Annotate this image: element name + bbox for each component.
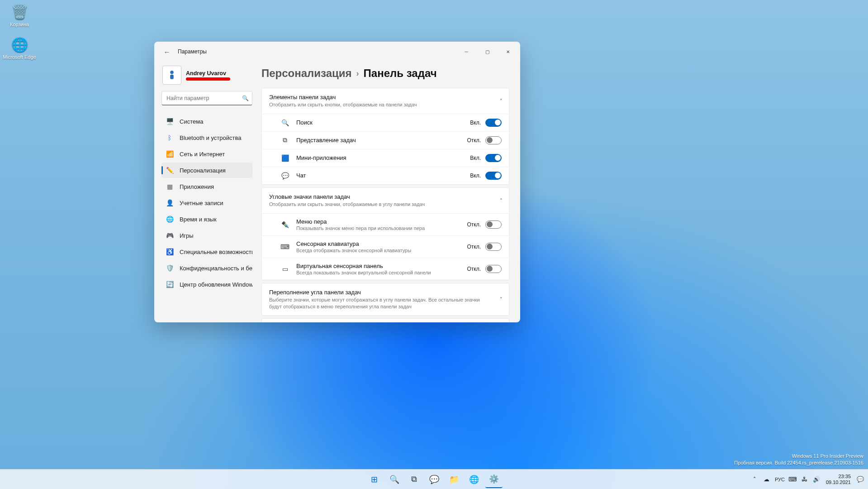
group-subtitle: Отобразить или скрыть значки, отображаем…	[269, 201, 490, 208]
taskbar-settings-button[interactable]: ⚙️	[485, 471, 503, 488]
recycle-bin-icon: 🗑️	[10, 3, 28, 21]
taskbar-chat-button[interactable]: 💬	[426, 471, 443, 488]
sidebar-item-10[interactable]: 🔄Центр обновления Windows	[161, 277, 252, 292]
minimize-button[interactable]: ─	[456, 44, 477, 59]
nav-icon: ▦	[166, 183, 173, 190]
chevron-up-icon: ˄	[500, 197, 503, 203]
explorer-icon: 📁	[449, 475, 459, 484]
desktop[interactable]: 🗑️ Корзина 🌐 Microsoft Edge ← Параметры …	[0, 0, 868, 489]
toggle-switch[interactable]	[485, 136, 502, 144]
tray-network-icon[interactable]: 🖧	[800, 476, 810, 483]
tray-chevron-up-icon[interactable]: ˄	[750, 476, 760, 483]
setting-row: ▭ Виртуальная сенсорная панель Всегда по…	[262, 258, 509, 280]
setting-row: 💬 Чат Вкл.	[262, 167, 509, 184]
toggle-switch[interactable]	[485, 221, 502, 229]
maximize-button[interactable]: ▢	[477, 44, 498, 59]
nav-icon: 🖥️	[166, 118, 173, 125]
tray-onedrive-icon[interactable]: ☁	[762, 476, 772, 483]
nav-label: Игры	[180, 232, 194, 239]
nav-icon: 🔄	[166, 281, 173, 288]
search-box[interactable]: 🔍	[161, 91, 252, 105]
notifications-icon[interactable]: 💬	[855, 476, 865, 483]
sidebar-item-7[interactable]: 🎮Игры	[161, 228, 252, 243]
tray-lang[interactable]: РУС	[773, 477, 786, 482]
setting-row: ⌨ Сенсорная клавиатура Всегда отображать…	[262, 235, 509, 258]
crumb-parent[interactable]: Персонализация	[261, 67, 352, 80]
setting-icon: 🔍	[280, 119, 290, 126]
nav-label: Приложения	[180, 183, 214, 190]
nav-icon: ᛒ	[166, 134, 173, 141]
taskbar-edge-button[interactable]: 🌐	[465, 471, 483, 488]
user-row[interactable]: Andrey Uvarov	[161, 64, 252, 91]
nav-label: Персонализация	[180, 167, 226, 174]
nav-label: Система	[180, 118, 203, 125]
desktop-icon-edge[interactable]: 🌐 Microsoft Edge	[3, 35, 36, 60]
setting-row: 🟦 Мини-приложения Вкл.	[262, 149, 509, 167]
sidebar-item-8[interactable]: ♿Специальные возможности	[161, 244, 252, 259]
group-title: Элементы панели задач	[269, 94, 490, 101]
sidebar-item-6[interactable]: 🌐Время и язык	[161, 211, 252, 227]
close-button[interactable]: ✕	[498, 44, 518, 59]
main[interactable]: Персонализация › Панель задач Элементы п…	[260, 62, 520, 322]
sidebar-item-1[interactable]: ᛒBluetooth и устройства	[161, 130, 252, 145]
svg-point-0	[170, 71, 174, 74]
sidebar-item-5[interactable]: 👤Учетные записи	[161, 195, 252, 211]
group-header[interactable]: Переполнение угла панели задач Выберите …	[262, 283, 509, 316]
toggle-state-label: Вкл.	[470, 173, 481, 179]
setting-icon: ▭	[280, 265, 290, 273]
breadcrumb: Персонализация › Панель задач	[261, 67, 509, 80]
setting-subtitle: Показывать значок меню пера при использо…	[296, 225, 467, 231]
setting-icon: 🟦	[280, 154, 290, 162]
user-name: Andrey Uvarov	[186, 70, 230, 77]
setting-title: Меню пера	[296, 218, 467, 225]
watermark-line: Пробная версия. Build 22454.rs_prereleas…	[734, 460, 863, 466]
toggle-switch[interactable]	[485, 265, 502, 273]
nav-icon: 🌐	[166, 216, 173, 223]
setting-title: Мини-приложения	[296, 154, 470, 161]
toggle-state-label: Откл.	[467, 221, 481, 228]
sidebar-item-0[interactable]: 🖥️Система	[161, 114, 252, 129]
titlebar[interactable]: ← Параметры ─ ▢ ✕	[154, 42, 520, 62]
chevron-down-icon: ˅	[500, 297, 503, 302]
toggle-state-label: Откл.	[467, 137, 481, 144]
group-header[interactable]: Поведение панели задач Выравнивание пане…	[262, 319, 509, 322]
nav-icon: 📶	[166, 150, 173, 158]
svg-rect-1	[170, 75, 174, 79]
sidebar-item-4[interactable]: ▦Приложения	[161, 179, 252, 194]
sidebar-item-9[interactable]: 🛡️Конфиденциальность и безопасность	[161, 260, 252, 276]
desktop-icon-recycle-bin[interactable]: 🗑️ Корзина	[3, 3, 36, 27]
taskbar-explorer-button[interactable]: 📁	[446, 471, 463, 488]
sidebar-item-3[interactable]: ✏️Персонализация	[161, 163, 252, 178]
toggle-switch[interactable]	[485, 172, 502, 180]
tray-keyboard-icon[interactable]: ⌨	[788, 476, 798, 483]
taskbar-taskview-button[interactable]: ⧉	[406, 471, 423, 488]
group-1: Угловые значки панели задач Отобразить и…	[261, 187, 509, 280]
taskbar-start-button[interactable]: ⊞	[366, 471, 383, 488]
tray-volume-icon[interactable]: 🔊	[811, 476, 821, 483]
group-subtitle: Выберите значки, которые могут отображат…	[269, 297, 490, 310]
toggle-state-label: Откл.	[467, 266, 481, 272]
search-icon: 🔍	[389, 475, 399, 484]
redacted-email	[186, 77, 230, 81]
group-header[interactable]: Элементы панели задач Отобразить или скр…	[262, 88, 509, 114]
desktop-icon-label: Microsoft Edge	[3, 54, 36, 60]
taskview-icon: ⧉	[411, 475, 417, 484]
clock[interactable]: 23:3509.10.2021	[823, 474, 854, 485]
toggle-switch[interactable]	[485, 243, 502, 251]
group-header[interactable]: Угловые значки панели задач Отобразить и…	[262, 188, 509, 213]
edge-icon: 🌐	[10, 35, 28, 53]
setting-row: ⧉ Представление задач Откл.	[262, 131, 509, 149]
nav-icon: 👤	[166, 199, 173, 206]
toggle-switch[interactable]	[485, 154, 502, 162]
sidebar: Andrey Uvarov 🔍 🖥️СистемаᛒBluetooth и ус…	[154, 62, 260, 322]
taskbar-search-button[interactable]: 🔍	[386, 471, 403, 488]
setting-icon: ✒️	[280, 221, 290, 228]
toggle-state-label: Откл.	[467, 244, 481, 250]
search-input[interactable]	[161, 91, 252, 105]
toggle-switch[interactable]	[485, 119, 502, 127]
start-icon: ⊞	[371, 475, 378, 484]
sidebar-item-2[interactable]: 📶Сеть и Интернет	[161, 146, 252, 162]
clock-date: 09.10.2021	[826, 479, 851, 485]
back-button[interactable]: ←	[161, 45, 173, 58]
nav-label: Учетные записи	[180, 200, 223, 206]
